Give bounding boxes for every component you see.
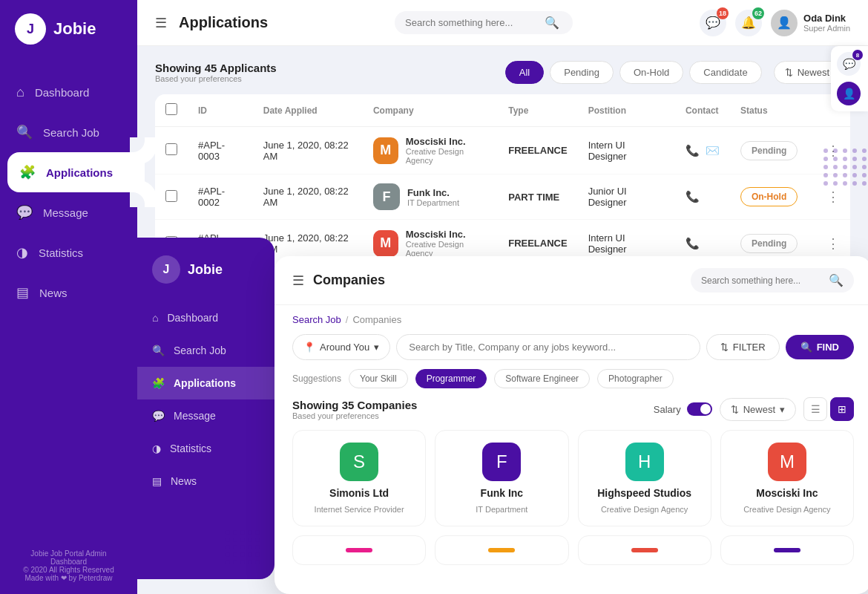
chat-badge: 18 <box>717 7 729 19</box>
company-card-logo <box>631 548 658 552</box>
col-status: Status <box>730 94 816 127</box>
sidebar-item-statistics[interactable]: ◑ Statistics <box>0 232 137 272</box>
overlay-nav-news[interactable]: ▤ News <box>137 465 274 497</box>
user-text: Oda Dink Super Admin <box>803 13 850 33</box>
breadcrumb-link[interactable]: Search Job <box>292 314 341 325</box>
companies-sort-button[interactable]: ⇅ Newest ▾ <box>720 398 796 421</box>
filter-on-hold[interactable]: On-Hold <box>619 61 683 84</box>
companies-topbar-left: ☰ Companies <box>292 272 385 289</box>
company-card[interactable] <box>435 535 568 565</box>
company-card-logo <box>774 548 800 552</box>
user-info: 👤 Oda Dink Super Admin <box>771 10 850 36</box>
company-card[interactable] <box>292 535 426 565</box>
sort-label: Newest <box>798 67 829 78</box>
grid-view-button[interactable]: ⊞ <box>830 397 854 421</box>
suggestion-software-engineer[interactable]: Software Engineer <box>494 369 590 388</box>
footer-made: Made with ❤ by Peterdraw <box>12 574 125 582</box>
filter-candidate[interactable]: Candidate <box>689 61 761 84</box>
sidebar-label-statistics: Statistics <box>39 247 83 259</box>
phone-icon[interactable]: 📞 <box>685 237 700 250</box>
filter-button[interactable]: ⇅ FILTER <box>706 334 780 360</box>
overlay-nav-message[interactable]: 💬 Message <box>137 399 274 432</box>
sidebar-label-search-job: Search Job <box>43 126 99 139</box>
phone-icon[interactable]: 📞 <box>685 144 700 157</box>
filter-pending[interactable]: Pending <box>550 61 614 84</box>
home-icon: ⌂ <box>16 85 24 100</box>
company-card[interactable] <box>720 535 854 565</box>
chat-notification-button[interactable]: 💬 18 <box>700 10 726 36</box>
content-header: Showing 45 Applicants Based your prefere… <box>155 61 850 84</box>
company-card[interactable]: S Simonis Ltd Internet Service Provider <box>292 430 426 526</box>
footer-line2: © 2020 All Rights Reserved <box>12 566 125 574</box>
company-card-logo: H <box>625 443 664 481</box>
select-all-checkbox[interactable] <box>165 103 177 115</box>
company-name: Mosciski Inc. <box>406 229 487 240</box>
overlay-news-icon: ▤ <box>152 475 162 487</box>
phone-icon[interactable]: 📞 <box>685 190 700 203</box>
col-type: Type <box>498 94 577 127</box>
search-icon: 🔍 <box>545 16 559 30</box>
companies-search-input[interactable] <box>701 275 823 286</box>
suggestion-photographer[interactable]: Photographer <box>597 369 674 388</box>
overlay-nav-applications[interactable]: 🧩 Applications <box>137 367 274 399</box>
chevron-down-icon: ▾ <box>780 404 785 415</box>
companies-panel: ☰ Companies 🔍 Search Job / Companies 📍 A… <box>274 256 868 594</box>
menu-icon[interactable]: ☰ <box>155 15 167 31</box>
overlay-nav-dashboard[interactable]: ⌂ Dashboard <box>137 301 274 334</box>
row-position: Junior UI Designer <box>578 174 675 220</box>
message-icon: 💬 <box>16 204 33 221</box>
row-checkbox[interactable] <box>165 143 177 155</box>
keyword-input[interactable] <box>396 334 700 360</box>
content-header-left: Showing 45 Applicants Based your prefere… <box>155 62 277 83</box>
sidebar-item-dashboard[interactable]: ⌂ Dashboard <box>0 73 137 112</box>
company-card-dept: IT Department <box>476 505 527 514</box>
row-company: F Funk Inc. IT Department <box>363 174 498 220</box>
overlay-nav-search-job-label: Search Job <box>174 345 226 356</box>
sidebar-item-applications[interactable]: 🧩 Applications <box>7 152 145 192</box>
overlay-nav-search-job[interactable]: 🔍 Search Job <box>137 334 274 367</box>
filter-all[interactable]: All <box>505 61 544 84</box>
company-dept: Creative Design Agency <box>406 147 487 165</box>
col-position: Postition <box>578 94 675 127</box>
salary-toggle[interactable] <box>687 402 712 416</box>
find-label: FIND <box>817 342 839 353</box>
list-view-button[interactable]: ☰ <box>803 397 827 421</box>
right-avatar-button[interactable]: 👤 <box>837 82 861 105</box>
dots-decoration <box>823 148 868 186</box>
right-chat-button[interactable]: 💬 8 <box>837 52 861 76</box>
suggestion-your-skill[interactable]: Your Skill <box>349 369 408 388</box>
col-id: ID <box>188 94 253 127</box>
company-card[interactable] <box>578 535 711 565</box>
row-more-button[interactable]: ⋮ <box>826 236 840 251</box>
company-card[interactable]: M Mosciski Inc Creative Design Agency <box>720 430 854 526</box>
breadcrumb: Search Job / Companies <box>274 305 868 334</box>
overlay-home-icon: ⌂ <box>152 312 158 324</box>
showing-companies-sub: Based your preferences <box>292 411 417 420</box>
company-card[interactable]: H Highspeed Studios Creative Design Agen… <box>578 430 711 526</box>
suggestion-programmer[interactable]: Programmer <box>415 369 487 388</box>
sidebar-item-news[interactable]: ▤ News <box>0 272 137 313</box>
footer-line1: Jobie Job Portal Admin Dashboard <box>12 549 125 566</box>
companies-grid-row2 <box>292 535 854 565</box>
sidebar-item-search-job[interactable]: 🔍 Search Job <box>0 112 137 152</box>
bell-notification-button[interactable]: 🔔 62 <box>735 10 762 36</box>
overlay-nav-statistics[interactable]: ◑ Statistics <box>137 432 274 465</box>
menu-icon-companies[interactable]: ☰ <box>292 272 304 289</box>
company-logo: M <box>373 137 398 164</box>
breadcrumb-current: Companies <box>352 314 401 325</box>
email-icon[interactable]: ✉️ <box>706 144 720 157</box>
company-card[interactable]: F Funk Inc IT Department <box>435 430 568 526</box>
company-dept: IT Department <box>407 198 459 207</box>
row-more-button[interactable]: ⋮ <box>826 189 840 204</box>
row-checkbox[interactable] <box>165 190 177 202</box>
overlay-logo: J Jobie <box>137 255 274 301</box>
location-select[interactable]: 📍 Around You ▾ <box>292 334 390 360</box>
companies-search-box: 🔍 <box>691 268 854 293</box>
find-button[interactable]: 🔍 FIND <box>786 335 854 359</box>
right-notification-panel: 💬 8 👤 <box>831 46 868 111</box>
col-company: Company <box>363 94 498 127</box>
sidebar-item-message[interactable]: 💬 Message <box>0 192 137 232</box>
chart-icon: ◑ <box>16 244 28 261</box>
salary-label: Salary <box>654 404 681 415</box>
search-input[interactable] <box>405 17 539 28</box>
